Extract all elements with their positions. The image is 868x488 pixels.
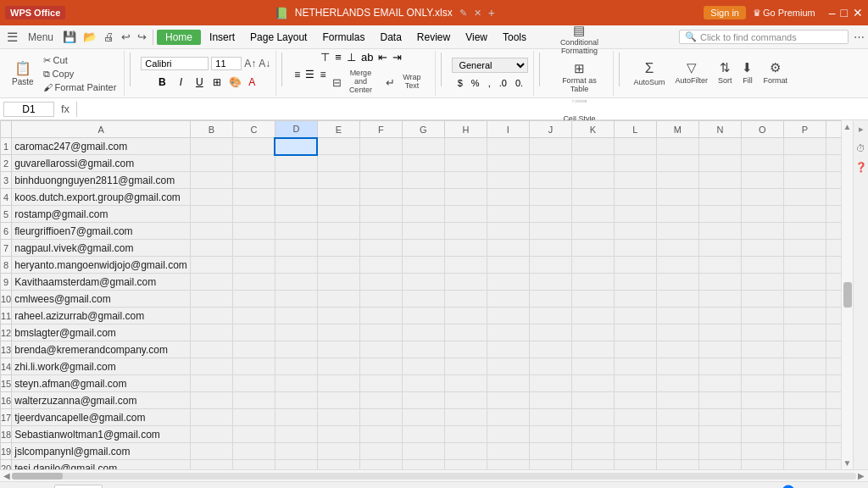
col-header-m[interactable]: M — [656, 121, 698, 138]
cell-M15[interactable] — [656, 375, 698, 392]
col-header-o[interactable]: O — [741, 121, 783, 138]
cell-B18[interactable] — [190, 426, 232, 443]
cell-J16[interactable] — [529, 392, 571, 409]
cell-a7[interactable]: nagpaul.vivek@gmail.com — [12, 240, 191, 257]
cell-F10[interactable] — [359, 291, 402, 308]
row-header-15[interactable]: 15 — [1, 375, 12, 392]
cell-F1[interactable] — [359, 138, 402, 155]
cell-Q7[interactable] — [826, 240, 841, 257]
cell-L14[interactable] — [614, 358, 656, 375]
format-painter-button[interactable]: 🖌 Format Painter — [41, 81, 120, 93]
cell-G10[interactable] — [402, 291, 444, 308]
row-header-12[interactable]: 12 — [1, 324, 12, 341]
cell-L18[interactable] — [614, 426, 656, 443]
col-header-c[interactable]: C — [232, 121, 275, 138]
cell-L10[interactable] — [614, 291, 656, 308]
cell-a12[interactable]: bmslagter@gmail.com — [12, 324, 191, 341]
cell-M20[interactable] — [656, 460, 698, 470]
cell-G3[interactable] — [402, 172, 444, 189]
cell-K4[interactable] — [571, 189, 614, 206]
cell-C4[interactable] — [232, 189, 275, 206]
cell-a20[interactable]: tesi.danilo@gmail.com — [12, 460, 191, 470]
cell-I17[interactable] — [487, 409, 529, 426]
cell-L15[interactable] — [614, 375, 656, 392]
redo-icon[interactable]: ↪ — [135, 30, 149, 44]
wrap-text-button[interactable]: ↵ Wrap Text — [382, 68, 430, 97]
cell-M4[interactable] — [656, 189, 698, 206]
tab-home[interactable]: Home — [157, 30, 201, 45]
cell-G12[interactable] — [402, 324, 444, 341]
cell-F4[interactable] — [359, 189, 402, 206]
cell-E7[interactable] — [317, 240, 359, 257]
cell-O5[interactable] — [741, 206, 783, 223]
cell-M10[interactable] — [656, 291, 698, 308]
col-header-p[interactable]: P — [783, 121, 826, 138]
cell-G2[interactable] — [402, 155, 444, 172]
cell-Q13[interactable] — [826, 341, 841, 358]
cell-P4[interactable] — [783, 189, 826, 206]
cell-a4[interactable]: koos.dutch.export.group@gmail.com — [12, 189, 191, 206]
cell-O17[interactable] — [741, 409, 783, 426]
cell-F2[interactable] — [359, 155, 402, 172]
cell-Q17[interactable] — [826, 409, 841, 426]
hscroll-right[interactable]: ▶ — [858, 471, 865, 480]
cell-K10[interactable] — [571, 291, 614, 308]
cell-J7[interactable] — [529, 240, 571, 257]
cell-J11[interactable] — [529, 308, 571, 324]
fill-button[interactable]: ⬇ Fill — [738, 58, 756, 88]
cell-d9[interactable] — [275, 274, 317, 291]
cell-N18[interactable] — [698, 426, 741, 443]
conditional-formatting-button[interactable]: ▤ Conditional Formatting — [550, 21, 608, 58]
cell-C3[interactable] — [232, 172, 275, 189]
cell-J12[interactable] — [529, 324, 571, 341]
cell-I13[interactable] — [487, 341, 529, 358]
row-header-9[interactable]: 9 — [1, 274, 12, 291]
cell-O3[interactable] — [741, 172, 783, 189]
percent-icon[interactable]: % — [468, 76, 483, 90]
row-header-11[interactable]: 11 — [1, 308, 12, 324]
cell-E18[interactable] — [317, 426, 359, 443]
cell-K18[interactable] — [571, 426, 614, 443]
cell-O12[interactable] — [741, 324, 783, 341]
cell-C8[interactable] — [232, 257, 275, 274]
row-header-2[interactable]: 2 — [1, 155, 12, 172]
cell-C9[interactable] — [232, 274, 275, 291]
cell-E5[interactable] — [317, 206, 359, 223]
cell-E16[interactable] — [317, 392, 359, 409]
cell-C6[interactable] — [232, 223, 275, 240]
cell-F16[interactable] — [359, 392, 402, 409]
cell-d17[interactable] — [275, 409, 317, 426]
align-left-icon[interactable]: ≡ — [292, 68, 302, 97]
col-header-k[interactable]: K — [571, 121, 614, 138]
cell-d14[interactable] — [275, 358, 317, 375]
cell-a16[interactable]: walterzuzanna@gmail.com — [12, 392, 191, 409]
cell-L13[interactable] — [614, 341, 656, 358]
cell-C2[interactable] — [232, 155, 275, 172]
cell-K16[interactable] — [571, 392, 614, 409]
cell-N14[interactable] — [698, 358, 741, 375]
row-header-14[interactable]: 14 — [1, 358, 12, 375]
cell-Q4[interactable] — [826, 189, 841, 206]
eye-icon[interactable]: 👁 — [740, 485, 750, 489]
cell-d20[interactable] — [275, 460, 317, 470]
cell-O4[interactable] — [741, 189, 783, 206]
cell-G5[interactable] — [402, 206, 444, 223]
cell-O9[interactable] — [741, 274, 783, 291]
cell-B3[interactable] — [190, 172, 232, 189]
cell-N9[interactable] — [698, 274, 741, 291]
row-header-17[interactable]: 17 — [1, 409, 12, 426]
cell-L19[interactable] — [614, 443, 656, 460]
cell-I20[interactable] — [487, 460, 529, 470]
cell-d6[interactable] — [275, 223, 317, 240]
align-top-icon[interactable]: ⊤ — [319, 50, 331, 64]
context-panel-icon-2[interactable]: ⏱ — [856, 143, 865, 153]
cell-H19[interactable] — [444, 443, 487, 460]
cell-K7[interactable] — [571, 240, 614, 257]
cell-B8[interactable] — [190, 257, 232, 274]
cell-J3[interactable] — [529, 172, 571, 189]
cell-O7[interactable] — [741, 240, 783, 257]
cell-J15[interactable] — [529, 375, 571, 392]
cell-d18[interactable] — [275, 426, 317, 443]
cell-B15[interactable] — [190, 375, 232, 392]
cell-K8[interactable] — [571, 257, 614, 274]
